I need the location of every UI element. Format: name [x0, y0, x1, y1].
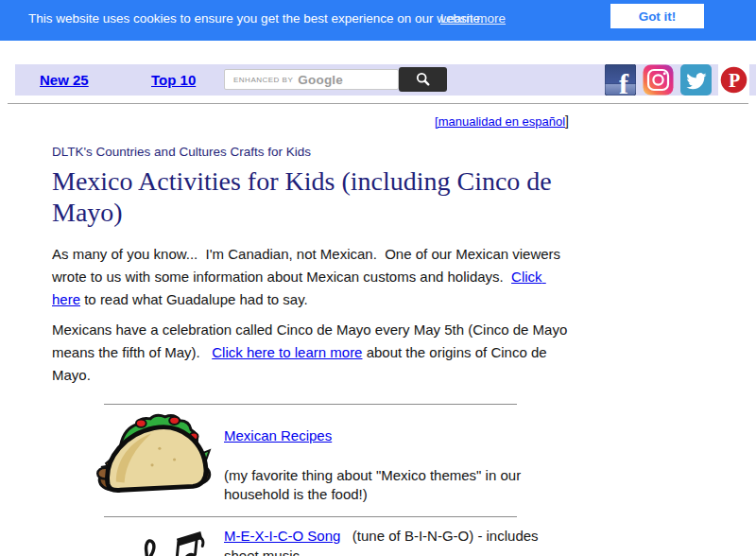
twitter-icon	[680, 64, 712, 96]
cinco-de-mayo-learn-more-link[interactable]: Click here to learn more	[212, 344, 362, 360]
navbar: New 25 Top 10 ENHANCED BY Google	[15, 64, 756, 96]
cookie-banner: This website uses cookies to ensure you …	[0, 0, 756, 41]
spanish-version-row: [manualidad en español]	[52, 113, 569, 130]
svg-text:P: P	[729, 70, 740, 91]
header-divider	[8, 103, 748, 104]
search-placeholder-google: Google	[298, 73, 343, 87]
craft-items: Mexican Recipes (my favorite thing about…	[52, 404, 569, 556]
mexican-recipes-link[interactable]: Mexican Recipes	[224, 427, 332, 443]
mexico-song-link[interactable]: M-E-X-I-C-O Song	[224, 528, 340, 544]
site-section-label: DLTK's Countries and Cultures Crafts for…	[52, 145, 569, 159]
facebook-link[interactable]: f	[605, 64, 636, 96]
songs-text-cell: M-E-X-I-C-O Song (tune of B-I-N-G-O) - i…	[224, 524, 569, 556]
pinterest-icon: P	[718, 64, 749, 96]
taco-icon	[92, 411, 216, 504]
search-placeholder-enhanced: ENHANCED BY	[233, 76, 293, 84]
cookie-message: This website uses cookies to ensure you …	[28, 11, 484, 26]
intro1-text-a: As many of you know... I'm Canadian, not…	[52, 246, 564, 285]
intro-paragraph-2: Mexicans have a celebration called Cinco…	[52, 319, 569, 387]
recipes-note: (my favorite thing about "Mexico themes"…	[224, 466, 569, 504]
recipes-text-cell: Mexican Recipes (my favorite thing about…	[224, 411, 569, 508]
learn-more-link[interactable]: Learn more	[440, 11, 506, 26]
got-it-button[interactable]: Got it!	[610, 4, 704, 28]
page: This website uses cookies to ensure you …	[0, 0, 756, 556]
main-content: [manualidad en español] DLTK's Countries…	[52, 113, 569, 556]
instagram-link[interactable]	[643, 64, 674, 96]
search-button[interactable]	[399, 67, 447, 92]
magnifier-icon	[415, 71, 432, 88]
twitter-link[interactable]	[680, 64, 712, 96]
list-item-songs: M-E-X-I-C-O Song (tune of B-I-N-G-O) - i…	[52, 517, 569, 556]
facebook-icon: f	[605, 64, 636, 96]
spanish-version-link[interactable]: [manualidad en español	[435, 114, 565, 129]
list-item-recipes: Mexican Recipes (my favorite thing about…	[52, 405, 569, 516]
svg-text:f: f	[619, 68, 629, 96]
songs-icon-cell	[52, 524, 224, 556]
music-notes-icon	[129, 530, 218, 556]
page-title: Mexico Activities for Kids (including Ci…	[52, 165, 569, 228]
nav-link-new-25[interactable]: New 25	[40, 72, 89, 88]
spanish-version-bracket: ]	[565, 113, 569, 129]
search-input[interactable]: ENHANCED BY Google	[224, 69, 399, 90]
intro-paragraph-1: As many of you know... I'm Canadian, not…	[52, 243, 569, 311]
recipes-icon-cell	[52, 411, 224, 508]
social-icons: f	[605, 64, 749, 96]
song-mexico: M-E-X-I-C-O Song (tune of B-I-N-G-O) - i…	[224, 526, 569, 556]
instagram-icon	[643, 64, 674, 96]
pinterest-link[interactable]: P	[718, 64, 749, 96]
intro1-text-b: to read what Guadalupe had to say.	[80, 291, 308, 307]
nav-link-top-10[interactable]: Top 10	[151, 72, 196, 88]
